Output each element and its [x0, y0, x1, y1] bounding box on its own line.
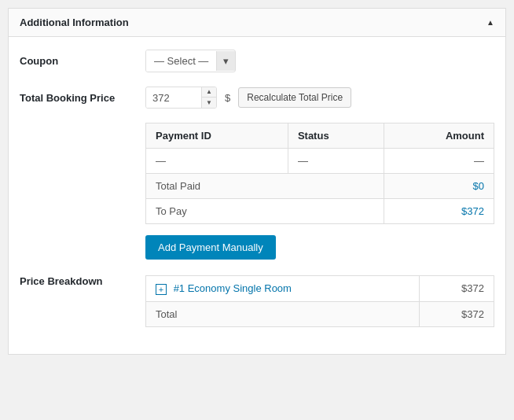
coupon-select-wrapper[interactable]: — Select — ▾: [145, 50, 236, 72]
breakdown-total-value: $372: [420, 301, 494, 326]
panel-collapse-icon[interactable]: ▲: [486, 18, 494, 27]
coupon-label: Coupon: [20, 55, 145, 67]
coupon-select-arrow[interactable]: ▾: [216, 51, 235, 71]
chevron-down-icon: ▾: [223, 55, 229, 67]
panel-header: Additional Information ▲: [9, 9, 505, 37]
room-link[interactable]: #1 Economy Single Room: [174, 282, 292, 294]
spinner-down-button[interactable]: ▼: [202, 98, 216, 108]
status-column-header: Status: [288, 123, 384, 149]
total-paid-label: Total Paid: [146, 174, 384, 199]
payment-table-wrapper: Payment ID Status Amount — — — Total Pai…: [145, 123, 494, 224]
to-pay-label: To Pay: [146, 199, 384, 224]
spinner: ▲ ▼: [201, 87, 216, 108]
price-breakdown-table-wrapper: + #1 Economy Single Room $372 Total $372: [145, 275, 494, 327]
spinner-up-button[interactable]: ▲: [202, 87, 216, 98]
coupon-row: Coupon — Select — ▾: [20, 50, 494, 72]
room-item-amount: $372: [420, 276, 494, 302]
total-paid-value: $0: [384, 174, 494, 199]
additional-information-panel: Additional Information ▲ Coupon — Select…: [8, 8, 506, 355]
amount-cell: —: [384, 149, 494, 174]
price-breakdown-row: Price Breakdown + #1 Economy Single Room…: [20, 275, 494, 327]
breakdown-total-row: Total $372: [146, 301, 494, 326]
table-row: — — —: [146, 149, 494, 174]
total-booking-price-row: Total Booking Price ▲ ▼ $ Recalculate To…: [20, 87, 494, 109]
coupon-control: — Select — ▾: [145, 50, 494, 72]
status-cell: —: [288, 149, 384, 174]
price-input-wrapper: ▲ ▼ $ Recalculate Total Price: [145, 87, 351, 109]
payment-table-header-row: Payment ID Status Amount: [146, 123, 494, 149]
payment-id-column-header: Payment ID: [146, 123, 288, 149]
price-input-box: ▲ ▼: [145, 87, 217, 109]
list-item: + #1 Economy Single Room $372: [146, 276, 494, 302]
plus-icon[interactable]: +: [156, 284, 167, 295]
price-breakdown-table: + #1 Economy Single Room $372 Total $372: [145, 275, 494, 327]
currency-symbol: $: [222, 92, 233, 104]
total-paid-row: Total Paid $0: [146, 174, 494, 199]
total-booking-price-control: ▲ ▼ $ Recalculate Total Price: [145, 87, 494, 109]
price-input[interactable]: [146, 88, 201, 108]
payment-id-cell: —: [146, 149, 288, 174]
to-pay-value: $372: [384, 199, 494, 224]
coupon-select-text: — Select —: [146, 50, 216, 72]
total-booking-price-label: Total Booking Price: [20, 92, 145, 104]
to-pay-row: To Pay $372: [146, 199, 494, 224]
payment-table: Payment ID Status Amount — — — Total Pai…: [145, 123, 494, 224]
amount-column-header: Amount: [384, 123, 494, 149]
breakdown-total-label: Total: [146, 301, 420, 326]
panel-title: Additional Information: [20, 17, 129, 28]
price-breakdown-label: Price Breakdown: [20, 275, 145, 287]
add-payment-manually-button[interactable]: Add Payment Manually: [145, 235, 276, 260]
room-item-cell: + #1 Economy Single Room: [146, 276, 420, 302]
panel-body: Coupon — Select — ▾ Total Booking Price: [9, 37, 505, 354]
recalculate-total-price-button[interactable]: Recalculate Total Price: [238, 87, 351, 108]
